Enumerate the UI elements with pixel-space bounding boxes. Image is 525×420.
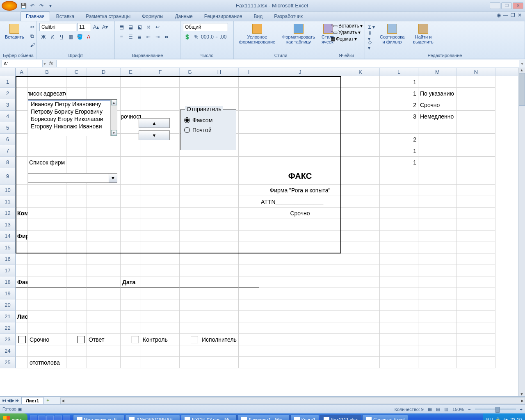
cell[interactable] — [87, 299, 121, 311]
cell[interactable] — [87, 276, 121, 288]
inc-decimal-icon[interactable]: .0→ — [210, 33, 218, 41]
cell[interactable] — [380, 265, 418, 276]
paste-button[interactable]: Вставить — [2, 23, 27, 40]
cell[interactable] — [457, 345, 495, 357]
row-header[interactable]: 4 — [0, 111, 16, 122]
cell[interactable] — [259, 145, 341, 157]
cell[interactable] — [418, 299, 457, 311]
cell[interactable] — [66, 334, 87, 345]
col-header[interactable]: H — [200, 68, 239, 76]
orientation-icon[interactable]: ⤭ — [144, 23, 153, 31]
tab-page-layout[interactable]: Разметка страницы — [80, 11, 136, 21]
cell[interactable] — [87, 311, 121, 322]
cell[interactable] — [239, 299, 259, 311]
cell[interactable] — [141, 311, 180, 322]
checkbox[interactable] — [191, 336, 198, 343]
cell[interactable] — [418, 311, 457, 322]
zoom-level[interactable]: 150% — [452, 407, 464, 412]
cell[interactable] — [380, 334, 418, 345]
cell[interactable] — [259, 288, 341, 299]
cell[interactable] — [418, 288, 457, 299]
cell[interactable] — [28, 265, 66, 276]
cell[interactable] — [180, 345, 200, 357]
cell[interactable] — [341, 76, 380, 88]
cell[interactable] — [200, 357, 239, 368]
cell[interactable] — [28, 253, 66, 265]
save-icon[interactable]: 💾 — [20, 2, 27, 9]
cell[interactable] — [259, 253, 341, 265]
col-header[interactable]: E — [121, 68, 141, 76]
cell[interactable]: ототполова — [28, 357, 66, 368]
cell[interactable] — [418, 208, 457, 219]
cell[interactable] — [121, 185, 141, 196]
cell[interactable] — [200, 345, 239, 357]
cell[interactable] — [200, 276, 239, 288]
cell[interactable] — [28, 76, 66, 88]
scroll-down-icon[interactable]: ▼ — [111, 130, 117, 136]
cell[interactable] — [180, 276, 200, 288]
row-header[interactable]: 10 — [0, 185, 16, 196]
row-header[interactable]: 22 — [0, 322, 16, 334]
row-header[interactable]: 6 — [0, 134, 16, 145]
tray-icon[interactable]: 🕪 — [503, 417, 508, 420]
cell[interactable] — [239, 157, 259, 168]
cell[interactable] — [87, 219, 121, 231]
row-header[interactable]: 8 — [0, 157, 16, 168]
ql-icon[interactable] — [55, 415, 62, 420]
cell[interactable] — [259, 99, 341, 111]
autosum-icon[interactable]: Σ ▾ — [368, 23, 376, 31]
cell[interactable] — [66, 253, 87, 265]
cell[interactable] — [121, 76, 141, 88]
cell[interactable] — [28, 219, 66, 231]
tab-formulas[interactable]: Формулы — [137, 11, 169, 21]
cell[interactable] — [121, 208, 141, 219]
cell[interactable] — [66, 242, 87, 253]
cell[interactable] — [380, 208, 418, 219]
col-header[interactable]: K — [341, 68, 380, 76]
cell[interactable] — [200, 88, 239, 99]
cell[interactable] — [239, 134, 259, 145]
font-size-dropdown[interactable]: 11 — [77, 23, 91, 31]
taskbar-item[interactable]: Справка: Excel — [362, 415, 408, 420]
cell[interactable] — [141, 99, 180, 111]
cell[interactable] — [200, 208, 239, 219]
cell[interactable] — [66, 276, 87, 288]
cell[interactable] — [239, 265, 259, 276]
cell[interactable] — [457, 276, 495, 288]
cell[interactable] — [341, 157, 380, 168]
cell[interactable] — [418, 168, 457, 185]
taskbar-item[interactable]: Методички по E... — [73, 415, 125, 420]
cell[interactable] — [180, 88, 200, 99]
cell[interactable] — [121, 219, 141, 231]
cell[interactable] — [28, 208, 66, 219]
cell[interactable] — [66, 311, 87, 322]
bold-button[interactable]: Ж — [39, 33, 48, 41]
cell[interactable] — [341, 311, 380, 322]
cell[interactable] — [239, 208, 259, 219]
cell[interactable] — [418, 185, 457, 196]
cell[interactable] — [457, 253, 495, 265]
cell[interactable] — [418, 219, 457, 231]
cell[interactable]: 3 — [380, 111, 418, 122]
cell[interactable] — [200, 231, 239, 242]
cell[interactable] — [341, 288, 380, 299]
cell[interactable] — [87, 145, 121, 157]
macro-record-icon[interactable]: ▣ — [18, 406, 22, 411]
align-middle-icon[interactable]: ⬓ — [126, 23, 135, 31]
cell[interactable]: Фирма "Рога и копыта" — [259, 185, 341, 196]
cell[interactable] — [341, 99, 380, 111]
cell[interactable] — [66, 299, 87, 311]
format-table-button[interactable]: Форматировать как таблицу — [280, 23, 317, 45]
cell[interactable] — [259, 219, 341, 231]
cell[interactable] — [418, 134, 457, 145]
first-sheet-icon[interactable]: ⏮ — [2, 398, 6, 403]
cell[interactable] — [87, 185, 121, 196]
help-icon[interactable]: ◉ — [497, 12, 501, 18]
cell[interactable] — [66, 208, 87, 219]
cell[interactable] — [239, 231, 259, 242]
cell[interactable] — [121, 299, 141, 311]
cell[interactable] — [87, 253, 121, 265]
cell[interactable] — [121, 99, 141, 111]
wrap-text-icon[interactable]: ↩ — [153, 23, 162, 31]
scroll-down-icon[interactable]: ▼ — [520, 392, 524, 396]
